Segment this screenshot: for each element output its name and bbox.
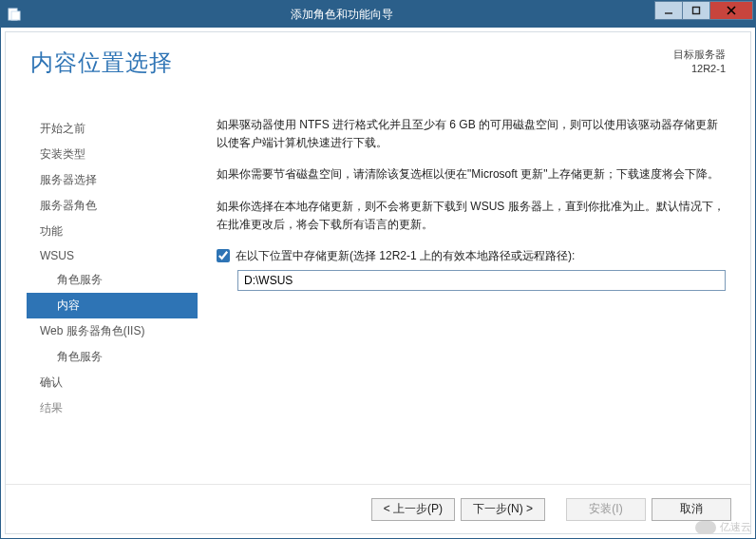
nav-features[interactable]: 功能 — [27, 219, 198, 244]
minimize-button[interactable] — [654, 1, 683, 20]
para-ntfs-requirement: 如果驱动器使用 NTFS 进行格式化并且至少有 6 GB 的可用磁盘空间，则可以… — [217, 116, 728, 152]
nav-confirmation[interactable]: 确认 — [27, 370, 198, 395]
nav-web-server-role[interactable]: Web 服务器角色(IIS) — [27, 318, 198, 344]
store-updates-checkbox[interactable] — [217, 249, 230, 262]
svg-rect-3 — [693, 8, 700, 14]
wizard-nav: 开始之前 安装类型 服务器选择 服务器角色 功能 WSUS 角色服务 内容 We… — [27, 116, 198, 484]
page-title: 内容位置选择 — [30, 48, 673, 78]
destination-label: 目标服务器 — [673, 48, 726, 62]
cancel-button[interactable]: 取消 — [652, 498, 731, 521]
wizard-footer: < 上一步(P) 下一步(N) > 安装(I) 取消 — [6, 484, 750, 533]
nav-results: 结果 — [27, 395, 198, 421]
store-updates-row: 在以下位置中存储更新(选择 12R2-1 上的有效本地路径或远程路径): — [217, 247, 728, 264]
wizard-window: 添加角色和功能向导 内容位置选择 目标服务器 12R2-1 开始之前 — [0, 0, 756, 539]
nav-wsus[interactable]: WSUS — [27, 244, 198, 267]
nav-installation-type[interactable]: 安装类型 — [27, 142, 198, 167]
nav-before-you-begin[interactable]: 开始之前 — [27, 116, 198, 142]
page-header: 内容位置选择 目标服务器 12R2-1 — [6, 32, 750, 84]
maximize-button[interactable] — [682, 1, 710, 20]
nav-web-role-services[interactable]: 角色服务 — [27, 344, 198, 370]
destination-info: 目标服务器 12R2-1 — [673, 48, 726, 77]
nav-server-roles[interactable]: 服务器角色 — [27, 193, 198, 219]
install-button: 安装(I) — [566, 498, 646, 521]
svg-rect-1 — [11, 11, 20, 20]
store-updates-label[interactable]: 在以下位置中存储更新(选择 12R2-1 上的有效本地路径或远程路径): — [236, 247, 575, 264]
store-path-input[interactable] — [237, 270, 726, 291]
app-icon — [1, 8, 28, 21]
window-controls — [655, 1, 753, 22]
window-title: 添加角色和功能向导 — [28, 7, 655, 23]
para-local-store: 如果你选择在本地存储更新，则不会将更新下载到 WSUS 服务器上，直到你批准为止… — [217, 198, 728, 234]
page-body: 开始之前 安装类型 服务器选择 服务器角色 功能 WSUS 角色服务 内容 We… — [6, 116, 750, 484]
nav-server-selection[interactable]: 服务器选择 — [27, 167, 198, 193]
wizard-body: 内容位置选择 目标服务器 12R2-1 开始之前 安装类型 服务器选择 服务器角… — [5, 31, 751, 534]
nav-wsus-role-services[interactable]: 角色服务 — [27, 267, 198, 293]
para-save-space: 如果你需要节省磁盘空间，请清除该复选框以便在"Microsoft 更新"上存储更… — [217, 165, 728, 183]
nav-wsus-content[interactable]: 内容 — [27, 293, 198, 318]
page-content: 如果驱动器使用 NTFS 进行格式化并且至少有 6 GB 的可用磁盘空间，则可以… — [198, 116, 729, 484]
previous-button[interactable]: < 上一步(P) — [371, 498, 455, 521]
destination-server: 12R2-1 — [673, 62, 726, 76]
next-button[interactable]: 下一步(N) > — [461, 498, 545, 521]
titlebar: 添加角色和功能向导 — [1, 1, 755, 28]
close-button[interactable] — [709, 1, 753, 20]
